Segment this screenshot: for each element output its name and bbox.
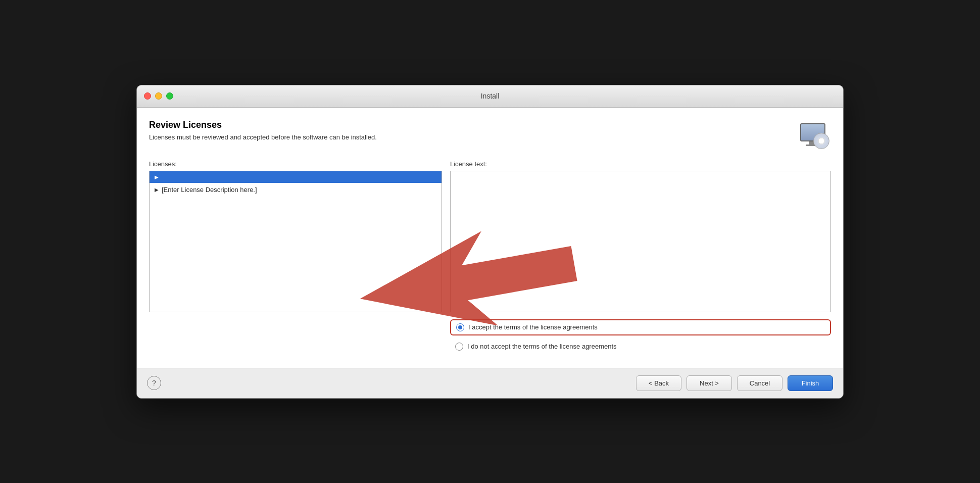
accept-radio-option[interactable]: I accept the terms of the license agreem…	[450, 319, 831, 335]
installer-icon	[795, 120, 831, 150]
content-wrapper: Review Licenses Licenses must be reviewe…	[137, 108, 843, 368]
nav-buttons: < Back Next > Cancel Finish	[636, 375, 833, 391]
bottom-bar: ? < Back Next > Cancel Finish	[137, 368, 843, 398]
licenses-label: Licenses:	[149, 160, 442, 168]
next-button[interactable]: Next >	[687, 375, 732, 391]
decline-radio-circle	[455, 343, 463, 351]
finish-button[interactable]: Finish	[788, 375, 833, 391]
license-item-2-label: [Enter License Description here.]	[162, 186, 257, 194]
back-button[interactable]: < Back	[636, 375, 681, 391]
license-text-panel: License text: I accept the terms of the …	[450, 160, 831, 358]
licenses-panel: Licenses: ▶ ▶ [Enter License Description…	[149, 160, 442, 358]
cd-icon	[813, 133, 829, 149]
licenses-list[interactable]: ▶ ▶ [Enter License Description here.]	[149, 171, 442, 312]
main-content: Review Licenses Licenses must be reviewe…	[137, 108, 843, 368]
titlebar: Install	[137, 85, 843, 108]
license-text-label: License text:	[450, 160, 831, 168]
decline-radio-option[interactable]: I do not accept the terms of the license…	[450, 340, 831, 354]
close-button[interactable]	[144, 92, 151, 100]
maximize-button[interactable]	[166, 92, 173, 100]
arrow-icon-2: ▶	[155, 187, 159, 192]
accept-radio-circle	[456, 323, 464, 331]
header-section: Review Licenses Licenses must be reviewe…	[149, 120, 831, 150]
page-title: Review Licenses	[149, 120, 377, 130]
header-text: Review Licenses Licenses must be reviewe…	[149, 120, 377, 141]
panels: Licenses: ▶ ▶ [Enter License Description…	[149, 160, 831, 358]
license-item-1[interactable]: ▶	[150, 171, 442, 183]
license-text-area[interactable]	[450, 171, 831, 312]
minimize-button[interactable]	[155, 92, 162, 100]
traffic-lights	[144, 92, 173, 100]
page-subtitle: Licenses must be reviewed and accepted b…	[149, 133, 377, 141]
cancel-button[interactable]: Cancel	[737, 375, 782, 391]
window-title: Install	[481, 92, 500, 100]
decline-radio-label: I do not accept the terms of the license…	[467, 343, 617, 350]
help-button[interactable]: ?	[147, 376, 161, 390]
license-item-2[interactable]: ▶ [Enter License Description here.]	[150, 183, 442, 197]
arrow-icon-1: ▶	[155, 174, 159, 180]
radio-options: I accept the terms of the license agreem…	[450, 319, 831, 354]
accept-radio-label: I accept the terms of the license agreem…	[468, 323, 598, 331]
monitor-icon	[800, 123, 825, 146]
install-window: Install Review Licenses Licenses must be…	[136, 85, 844, 399]
